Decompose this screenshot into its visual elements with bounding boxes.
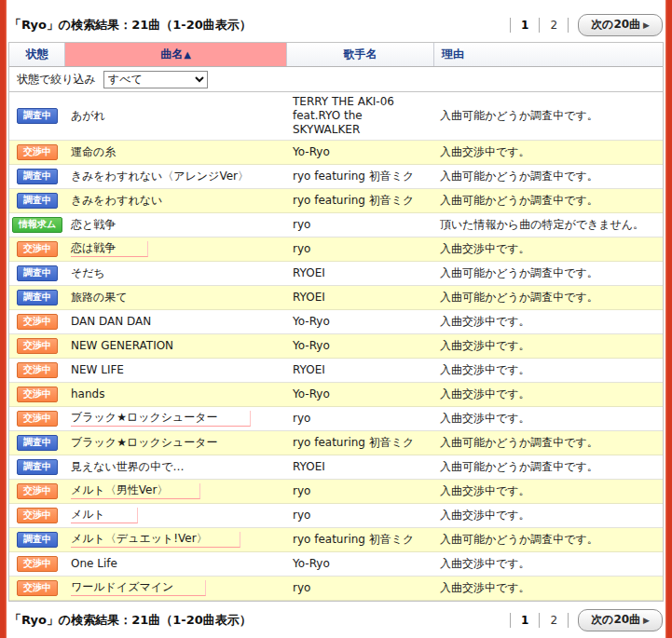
song-title[interactable]: ワールドイズマイン (71, 580, 206, 596)
song-title-cell: 旅路の果て (65, 288, 287, 307)
song-title[interactable]: 恋は戦争 (71, 241, 148, 257)
song-title-cell: NEW GENERATION (65, 336, 287, 356)
status-badge: 交渉中 (17, 314, 58, 330)
next-page-button[interactable]: 次の20曲 ▶ (578, 14, 663, 36)
reason-text: 入曲可能かどうか調査中です。 (434, 530, 663, 550)
pagination-bottom: 1 2 次の20曲 ▶ (510, 609, 663, 631)
table-row: 調査中 旅路の果て RYOEI 入曲可能かどうか調査中です。 (9, 286, 663, 310)
song-title: One Life (71, 557, 117, 571)
page-number-2[interactable]: 2 (539, 18, 568, 33)
table-body: 調査中 あがれ TERRY THE AKI-06 feat.RYO the SK… (9, 92, 663, 601)
song-title-cell: そだち (65, 264, 287, 283)
next-page-button-bottom[interactable]: 次の20曲 ▶ (578, 609, 663, 631)
status-cell: 交渉中 (9, 553, 65, 575)
reason-text: 入曲交渉中です。 (434, 409, 663, 428)
column-header-artist[interactable]: 歌手名 (287, 43, 434, 66)
table-row: 調査中 きみをわすれない ryo featuring 初音ミク 入曲可能かどうか… (9, 189, 663, 213)
song-title-cell: きみをわすれない (65, 191, 287, 210)
song-title-cell: hands (65, 385, 287, 404)
table-row: 調査中 そだち RYOEI 入曲可能かどうか調査中です。 (9, 262, 663, 286)
status-cell: 交渉中 (9, 311, 65, 333)
song-title: 見えない世界の中で… (71, 460, 184, 474)
song-title-cell: ブラック★ロックシューター (65, 433, 287, 453)
status-cell: 調査中 (9, 529, 65, 550)
table-row: 交渉中 メルト ryo 入曲交渉中です。 (9, 504, 663, 528)
next-page-label-bottom: 次の20曲 (591, 612, 640, 628)
artist-name: Yo-Ryo (287, 143, 434, 162)
reason-text: 入曲可能かどうか調査中です。 (434, 191, 663, 210)
artist-name: Yo-Ryo (287, 312, 434, 332)
reason-text: 入曲可能かどうか調査中です。 (434, 106, 663, 126)
table-row: 交渉中 hands Yo-Ryo 入曲交渉中です。 (9, 383, 663, 407)
table-row: 調査中 あがれ TERRY THE AKI-06 feat.RYO the SK… (9, 92, 663, 141)
song-title[interactable]: メルト〈デュエット!Ver〉 (71, 532, 240, 548)
artist-name: ryo featuring 初音ミク (287, 167, 434, 186)
status-cell: 調査中 (9, 166, 65, 187)
column-header-status[interactable]: 状態 (9, 43, 65, 66)
reason-text: 入曲交渉中です。 (434, 506, 663, 525)
status-cell: 情報求ム (9, 214, 65, 236)
page-number-2-bottom[interactable]: 2 (539, 613, 568, 628)
song-title: 恋と戦争 (71, 218, 116, 232)
status-cell: 交渉中 (9, 408, 65, 429)
reason-text: 入曲交渉中です。 (434, 578, 663, 598)
table-row: 交渉中 DAN DAN DAN Yo-Ryo 入曲交渉中です。 (9, 310, 663, 334)
status-badge: 調査中 (17, 459, 58, 475)
next-arrow-icon-bottom: ▶ (643, 615, 650, 626)
status-cell: 交渉中 (9, 577, 65, 599)
song-title-cell: NEW LIFE (65, 360, 287, 380)
artist-name: ryo featuring 初音ミク (287, 530, 434, 550)
page-number-1-bottom: 1 (510, 613, 539, 628)
reason-text: 入曲交渉中です。 (434, 385, 663, 404)
artist-name: ryo (287, 215, 434, 235)
song-title-cell: メルト (65, 505, 287, 526)
status-cell: 調査中 (9, 105, 65, 127)
next-arrow-icon: ▶ (643, 20, 650, 31)
status-badge: 交渉中 (17, 508, 58, 523)
status-badge: 交渉中 (17, 580, 58, 596)
artist-name: TERRY THE AKI-06 feat.RYO the SKYWALKER (287, 92, 434, 140)
song-title: 旅路の果て (71, 291, 128, 305)
page-numbers-bottom: 1 2 (510, 613, 569, 628)
status-cell: 交渉中 (9, 142, 65, 163)
song-title: きみをわすれない (71, 194, 162, 208)
table-row: 情報求ム 恋と戦争 ryo 頂いた情報から曲の特定ができません。 (9, 213, 663, 238)
song-title-cell: 恋と戦争 (65, 215, 287, 235)
song-title: hands (71, 387, 104, 401)
song-title-cell: DAN DAN DAN (65, 312, 287, 332)
song-title[interactable]: メルト (71, 508, 138, 523)
status-filter-select[interactable]: すべて (103, 71, 208, 88)
song-title[interactable]: ブラック★ロックシューター (71, 411, 251, 427)
reason-text: 入曲交渉中です。 (434, 239, 663, 259)
reason-text: 入曲交渉中です。 (434, 336, 663, 356)
column-header-title[interactable]: 曲名▲ (65, 43, 287, 66)
column-header-reason[interactable]: 理由 (434, 43, 663, 66)
status-badge: 調査中 (17, 290, 58, 305)
right-frame-decoration (665, 0, 672, 638)
results-table: 状態 曲名▲ 歌手名 理由 状態で絞り込み すべて 調査中 あがれ TERRY … (8, 42, 664, 602)
artist-name: Yo-Ryo (287, 336, 434, 356)
song-title[interactable]: メルト〈男性Ver〉 (71, 483, 200, 499)
results-summary-top: 「Ryo」の検索結果：21曲（1-20曲表示） (9, 17, 252, 34)
song-title-cell: ワールドイズマイン (65, 577, 287, 599)
song-title-cell: きみをわすれない〈アレンジVer〉 (65, 167, 287, 186)
song-title: NEW LIFE (71, 363, 124, 377)
song-title-cell: One Life (65, 554, 287, 574)
song-title-cell: 恋は戦争 (65, 238, 287, 260)
status-badge: 交渉中 (17, 387, 58, 402)
status-badge: 調査中 (17, 169, 58, 184)
song-title-cell: 見えない世界の中で… (65, 457, 287, 477)
song-title: きみをわすれない〈アレンジVer〉 (71, 170, 249, 183)
table-row: 調査中 メルト〈デュエット!Ver〉 ryo featuring 初音ミク 入曲… (9, 528, 663, 552)
status-filter-label: 状態で絞り込み (17, 72, 96, 88)
table-row: 交渉中 NEW LIFE RYOEI 入曲交渉中です。 (9, 359, 663, 383)
status-badge: 交渉中 (17, 144, 58, 160)
artist-name: ryo (287, 578, 434, 598)
reason-text: 入曲可能かどうか調査中です。 (434, 457, 663, 477)
artist-name: ryo (287, 239, 434, 259)
status-badge: 情報求ム (12, 217, 62, 233)
artist-name: RYOEI (287, 264, 434, 283)
artist-name: RYOEI (287, 457, 434, 477)
song-title: ブラック★ロックシューター (71, 436, 218, 450)
status-cell: 交渉中 (9, 481, 65, 502)
